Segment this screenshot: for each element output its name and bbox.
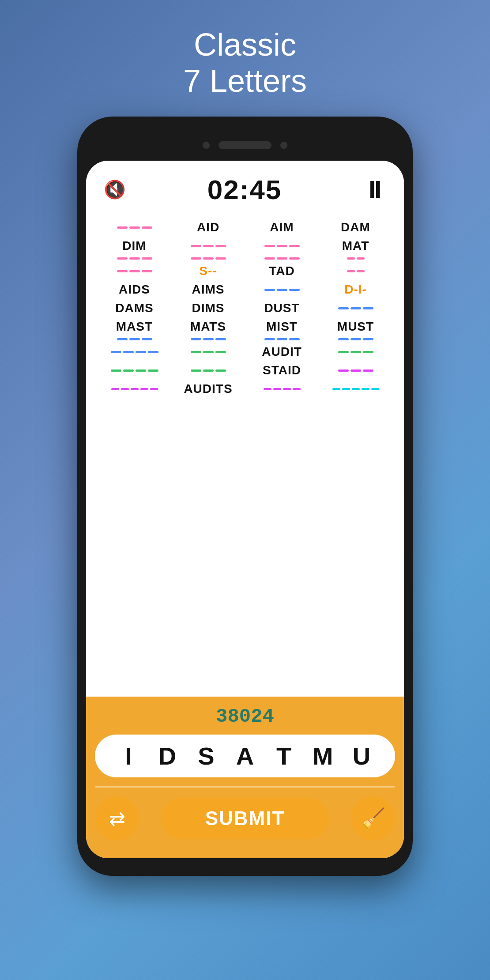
cell-r9c2 [173, 349, 243, 355]
cell-r6c3: DUST [247, 299, 317, 317]
cell-r10c4 [320, 368, 391, 373]
score-display: 38024 [95, 705, 395, 727]
letter-tile-S[interactable]: S [188, 742, 224, 770]
cell-r8c3 [247, 336, 317, 342]
page-title: Classic 7 Letters [183, 26, 307, 99]
grid-row: AIDS AIMS D-I- [99, 281, 391, 298]
cell-r11c1 [99, 386, 170, 392]
grid-row: S-- TAD [99, 262, 391, 280]
grid-row [99, 336, 391, 342]
cell-r6c1: DAMS [99, 299, 170, 317]
cell-r5c1: AIDS [99, 281, 170, 298]
grid-row: MAST MATS MIST MUST [99, 318, 391, 335]
phone-frame: 🔇 02:45 ⏸ AID AIM DAM D [77, 117, 413, 876]
grid-row: AUDITS [99, 380, 391, 398]
mute-button[interactable]: 🔇 [104, 179, 126, 200]
cell-r9c4 [320, 349, 391, 355]
cell-r4c2: S-- [173, 262, 243, 280]
cell-r7c1: MAST [99, 318, 170, 335]
cell-r2c4: MAT [320, 237, 391, 255]
cell-r9c1 [99, 349, 170, 355]
cell-r1c1 [99, 225, 170, 230]
grid-row [99, 256, 391, 261]
cell-r3c2 [173, 256, 243, 261]
bottom-area: 38024 I D S A T M U ⇄ SUBMIT 🧹 [86, 697, 404, 858]
action-bar: ⇄ SUBMIT 🧹 [95, 792, 395, 845]
cell-r3c1 [99, 256, 170, 261]
word-grid: AID AIM DAM DIM [86, 214, 404, 697]
cell-r4c4 [320, 268, 391, 274]
top-bar: 🔇 02:45 ⏸ [86, 161, 404, 214]
cell-r8c1 [99, 336, 170, 342]
cell-r7c3: MIST [247, 318, 317, 335]
letter-tile-T[interactable]: T [266, 742, 302, 770]
grid-row: DIM MAT [99, 237, 391, 255]
clear-icon: 🧹 [361, 807, 385, 830]
pause-button[interactable]: ⏸ [363, 177, 386, 203]
cell-r5c2: AIMS [173, 281, 243, 298]
cell-r2c1: DIM [99, 237, 170, 255]
letter-tile-I[interactable]: I [111, 742, 146, 770]
grid-row: AID AIM DAM [99, 219, 391, 236]
cell-r11c3 [247, 386, 317, 392]
cell-r9c3: AUDIT [247, 343, 317, 361]
speaker [219, 141, 271, 149]
cell-r7c2: MATS [173, 318, 243, 335]
timer-display: 02:45 [207, 174, 282, 205]
letter-tile-D[interactable]: D [150, 742, 185, 770]
cell-r10c2 [173, 368, 243, 373]
cell-r2c2 [173, 243, 243, 249]
submit-button[interactable]: SUBMIT [161, 798, 329, 839]
cell-r1c4: DAM [320, 219, 391, 236]
cell-r3c4 [320, 256, 391, 261]
letter-tile-A[interactable]: A [227, 742, 263, 770]
clear-button[interactable]: 🧹 [351, 796, 395, 841]
cell-r4c1 [99, 268, 170, 274]
cell-r11c2: AUDITS [173, 380, 243, 398]
letter-tile-M[interactable]: M [305, 742, 340, 770]
cell-r2c3 [247, 243, 317, 249]
camera-right [280, 142, 287, 149]
grid-row: DAMS DIMS DUST [99, 299, 391, 317]
cell-r10c3: STAID [247, 362, 317, 379]
cell-r3c3 [247, 256, 317, 261]
cell-r8c4 [320, 336, 391, 342]
cell-r5c4: D-I- [320, 281, 391, 298]
shuffle-button[interactable]: ⇄ [95, 796, 139, 841]
divider [95, 786, 395, 788]
grid-row: STAID [99, 362, 391, 379]
cell-r1c2: AID [173, 219, 243, 236]
shuffle-icon: ⇄ [109, 807, 125, 830]
cell-r1c3: AIM [247, 219, 317, 236]
cell-r4c3: TAD [247, 262, 317, 280]
cell-r5c3 [247, 287, 317, 293]
camera-left [203, 142, 210, 149]
cell-r6c4 [320, 305, 391, 311]
grid-row: AUDIT [99, 343, 391, 361]
letter-tile-U[interactable]: U [344, 742, 379, 770]
screen: 🔇 02:45 ⏸ AID AIM DAM D [86, 161, 404, 858]
letter-tiles-container: I D S A T M U [95, 735, 395, 777]
cell-r10c1 [99, 368, 170, 373]
cell-r11c4 [320, 386, 391, 392]
cell-r6c2: DIMS [173, 299, 243, 317]
cell-r8c2 [173, 336, 243, 342]
cell-r7c4: MUST [320, 318, 391, 335]
